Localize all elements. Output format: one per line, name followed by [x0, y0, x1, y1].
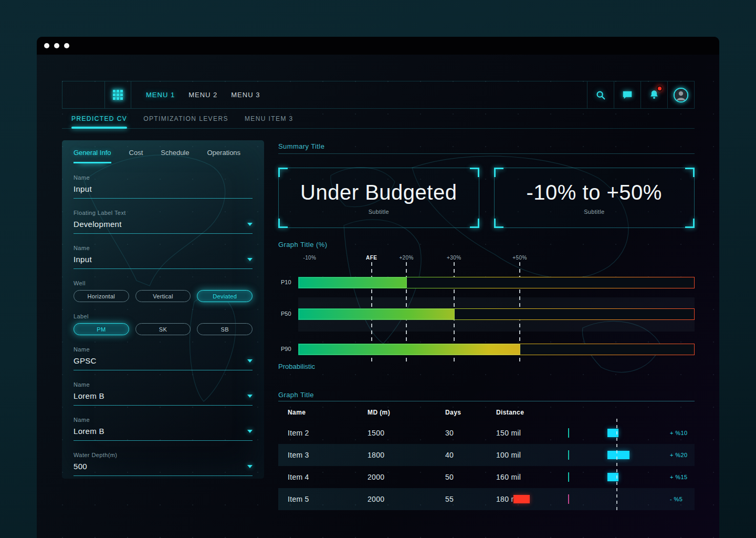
col-header-days: Days [445, 409, 496, 416]
summary-title: Summary Title [278, 142, 695, 150]
label-segmented: PM SK SB [74, 323, 253, 335]
header-spacer-cell [62, 81, 105, 108]
bar-fill [299, 277, 407, 288]
table-header-row: Name MD (m) Days Distance [278, 405, 695, 420]
field-well: Well Horizontal Vertical Deviated [74, 280, 253, 302]
field-gpsc: Name GPSC [74, 346, 253, 370]
pill-vertical[interactable]: Vertical [135, 290, 191, 302]
corner-accent [470, 219, 479, 228]
card-value: -10% to +50% [527, 181, 662, 204]
field-label: Name [74, 417, 253, 423]
dropdown-select[interactable]: Input [74, 255, 253, 269]
table-row[interactable]: Item 2 1500 30 150 mil + %10 [278, 422, 695, 444]
notifications-button[interactable] [640, 81, 667, 108]
corner-accent [685, 219, 695, 228]
profile-button[interactable] [667, 81, 694, 108]
chart-footer-label: Probabilistic [278, 363, 315, 370]
dropdown-select[interactable]: GPSC [74, 356, 253, 370]
bar-p90 [298, 344, 695, 355]
field-lorem-1: Name Lorem B [74, 381, 253, 406]
window-control-dot[interactable] [54, 43, 59, 48]
apps-menu-button[interactable] [105, 81, 131, 108]
cell-distance: 100 mil [496, 451, 568, 459]
table-title: Graph Title [278, 391, 314, 399]
tab-optimization-levers[interactable]: OPTIMIZATION LEVERS [143, 109, 228, 128]
delta-label: + %15 [657, 474, 695, 480]
chevron-down-icon [247, 430, 253, 433]
field-label: Well [74, 280, 253, 286]
pill-pm[interactable]: PM [74, 323, 129, 335]
tab-general-info[interactable]: General Info [74, 149, 111, 163]
cell-days: 50 [445, 473, 496, 481]
cell-md: 2000 [368, 473, 445, 481]
cell-name: Item 3 [278, 451, 368, 459]
table-row[interactable]: Item 4 2000 50 160 mil + %15 [278, 466, 695, 488]
search-button[interactable] [587, 81, 614, 108]
corner-accent [494, 219, 503, 228]
field-label: Label [74, 313, 253, 319]
cell-days: 30 [445, 429, 496, 437]
menu-item-2[interactable]: MENU 2 [188, 91, 217, 99]
window-titlebar [37, 37, 719, 55]
field-lorem-2: Name Lorem B [74, 417, 253, 441]
card-value: Under Budgeted [300, 181, 457, 204]
bar-p50 [298, 308, 695, 320]
app-content: MENU 1 MENU 2 MENU 3 [37, 55, 719, 538]
tab-schedule[interactable]: Schedule [161, 149, 189, 163]
baseline-dashed-line [616, 419, 617, 512]
well-type-segmented: Horizontal Vertical Deviated [74, 290, 253, 302]
summary-cards: Under Budgeted Subtitle -10% to +50% Sub… [278, 168, 695, 228]
table-row[interactable]: Item 3 1800 40 100 mil + %20 [278, 444, 695, 466]
meter-fill [607, 451, 629, 459]
main-content: Summary Title Under Budgeted Subtitle -1… [278, 140, 695, 524]
chevron-down-icon [247, 359, 253, 363]
summary-card-range: -10% to +50% Subtitle [494, 168, 695, 228]
tab-operations[interactable]: Operations [207, 149, 241, 163]
probabilistic-chart: Graph Title (%) -10%AFE+20%+30%+50% P10 … [278, 241, 695, 373]
field-value: Development [74, 220, 122, 229]
corner-accent [470, 168, 479, 177]
search-icon [595, 89, 606, 101]
delta-meter [568, 428, 569, 438]
table-row[interactable]: Item 5 2000 55 180 mil - %5 [278, 488, 695, 510]
pill-deviated[interactable]: Deviated [197, 290, 253, 302]
axis-tick-label: +20% [399, 255, 413, 261]
tab-menu-item-3[interactable]: MENU ITEM 3 [245, 109, 293, 128]
chat-button[interactable] [614, 81, 640, 108]
cell-name: Item 4 [278, 473, 368, 481]
meter-fill [513, 495, 530, 503]
corner-accent [494, 168, 503, 177]
card-subtitle: Subtitle [584, 209, 604, 215]
sub-navigation: PREDICTED CV OPTIMIZATION LEVERS MENU IT… [62, 109, 695, 129]
menu-item-1[interactable]: MENU 1 [146, 91, 175, 99]
field-label: Name [74, 245, 253, 251]
tab-predicted-cv[interactable]: PREDICTED CV [71, 109, 127, 128]
field-value: Input [74, 184, 92, 193]
cell-days: 40 [445, 451, 496, 459]
items-table: Graph Title Name MD (m) Days Distance It… [278, 391, 695, 517]
top-header: MENU 1 MENU 2 MENU 3 [62, 81, 695, 109]
pill-sb[interactable]: SB [197, 323, 253, 335]
col-header-name: Name [278, 409, 368, 416]
text-input[interactable]: Input [74, 184, 253, 199]
menu-item-3[interactable]: MENU 3 [231, 91, 260, 99]
pill-sk[interactable]: SK [135, 323, 191, 335]
window-control-dot[interactable] [64, 43, 69, 48]
dropdown-select[interactable]: 500 [74, 462, 253, 476]
col-header-md: MD (m) [368, 409, 445, 416]
cell-name: Item 5 [278, 495, 368, 503]
dropdown-select[interactable]: Development [74, 220, 253, 234]
table-body: Item 2 1500 30 150 mil + %10 Item 3 1800… [278, 422, 695, 510]
chevron-down-icon [247, 465, 253, 468]
corner-accent [278, 219, 288, 228]
dropdown-select[interactable]: Lorem B [74, 427, 253, 441]
summary-card-budget: Under Budgeted Subtitle [278, 168, 479, 228]
field-water-depth: Water Depth(m) 500 [74, 452, 253, 476]
field-name-2: Name Input [74, 245, 253, 269]
tab-cost[interactable]: Cost [129, 149, 143, 163]
window-control-dot[interactable] [44, 43, 49, 48]
dropdown-select[interactable]: Lorem B [74, 391, 253, 406]
divider [278, 401, 695, 401]
cell-md: 2000 [368, 495, 445, 503]
pill-horizontal[interactable]: Horizontal [74, 290, 129, 302]
